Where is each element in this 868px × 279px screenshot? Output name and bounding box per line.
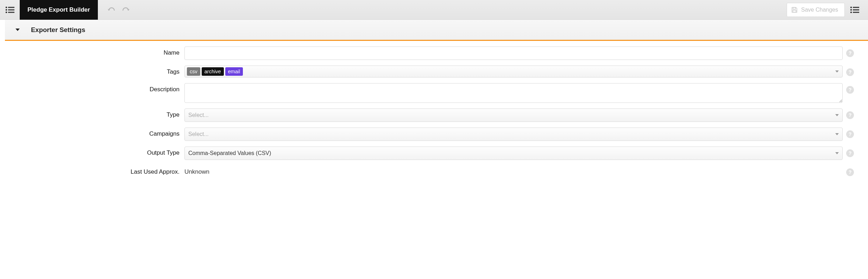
save-button-label: Save Changes — [801, 7, 838, 13]
redo-icon[interactable] — [122, 7, 130, 13]
svg-rect-3 — [8, 9, 14, 10]
page-title: Pledge Export Builder — [27, 6, 90, 13]
svg-rect-9 — [853, 7, 859, 8]
row-name: Name ? — [5, 46, 854, 60]
svg-rect-1 — [8, 7, 14, 8]
label-campaigns: Campaigns — [5, 128, 184, 137]
row-last-used: Last Used Approx. Unknown ? — [5, 166, 854, 176]
help-icon[interactable]: ? — [846, 130, 854, 138]
collapse-toggle[interactable] — [8, 20, 27, 40]
form-body: Name ? Tags csvarchiveemail ? Descriptio… — [0, 41, 868, 187]
svg-point-8 — [850, 6, 852, 8]
type-placeholder: Select... — [188, 112, 209, 118]
label-type: Type — [5, 108, 184, 118]
svg-rect-11 — [853, 9, 859, 10]
help-icon[interactable]: ? — [846, 49, 854, 57]
svg-rect-7 — [793, 10, 796, 12]
caret-down-icon — [15, 28, 20, 32]
row-tags: Tags csvarchiveemail ? — [5, 66, 854, 78]
help-icon[interactable]: ? — [846, 111, 854, 119]
svg-point-10 — [850, 9, 852, 11]
campaigns-select[interactable]: Select... — [184, 128, 843, 141]
help-icon[interactable]: ? — [846, 86, 854, 94]
list-icon — [850, 6, 859, 13]
output-type-select[interactable]: Comma-Separated Values (CSV) — [184, 147, 843, 160]
undo-redo-group — [108, 7, 130, 13]
svg-point-12 — [850, 11, 852, 13]
menu-right-button[interactable] — [845, 0, 864, 20]
tag-chip[interactable]: archive — [202, 67, 224, 76]
help-icon[interactable]: ? — [846, 68, 854, 76]
chevron-down-icon — [835, 152, 839, 154]
campaigns-placeholder: Select... — [188, 131, 209, 137]
save-button[interactable]: Save Changes — [787, 3, 845, 17]
svg-point-2 — [6, 9, 7, 11]
description-textarea[interactable] — [184, 83, 843, 103]
chevron-down-icon — [835, 114, 839, 116]
tag-chip[interactable]: csv — [187, 67, 200, 76]
type-select[interactable]: Select... — [184, 108, 843, 122]
label-last-used: Last Used Approx. — [5, 166, 184, 175]
label-name: Name — [5, 46, 184, 56]
help-icon[interactable]: ? — [846, 149, 854, 157]
label-description: Description — [5, 83, 184, 93]
name-input[interactable] — [184, 46, 843, 60]
svg-rect-13 — [853, 12, 859, 13]
chevron-down-icon — [835, 70, 839, 73]
tags-select[interactable]: csvarchiveemail — [184, 66, 843, 78]
help-icon[interactable]: ? — [846, 168, 854, 176]
undo-icon[interactable] — [108, 7, 115, 13]
top-toolbar: Pledge Export Builder Save Changes — [0, 0, 868, 20]
list-icon — [5, 6, 14, 13]
save-icon — [791, 7, 798, 13]
tag-chip[interactable]: email — [225, 67, 243, 76]
label-tags: Tags — [5, 66, 184, 75]
label-output-type: Output Type — [5, 147, 184, 156]
svg-point-0 — [6, 6, 7, 8]
last-used-value: Unknown — [184, 166, 843, 175]
page-title-tab: Pledge Export Builder — [20, 0, 98, 20]
menu-left-button[interactable] — [0, 0, 20, 20]
row-type: Type Select... ? — [5, 108, 854, 122]
row-output-type: Output Type Comma-Separated Values (CSV)… — [5, 147, 854, 160]
chevron-down-icon — [835, 133, 839, 135]
output-type-value: Comma-Separated Values (CSV) — [188, 150, 271, 156]
section-header: Exporter Settings — [5, 20, 868, 41]
svg-point-4 — [6, 11, 7, 13]
section-title: Exporter Settings — [31, 26, 85, 34]
row-campaigns: Campaigns Select... ? — [5, 128, 854, 141]
row-description: Description ? — [5, 83, 854, 103]
svg-rect-5 — [8, 12, 14, 13]
svg-rect-6 — [793, 7, 795, 9]
